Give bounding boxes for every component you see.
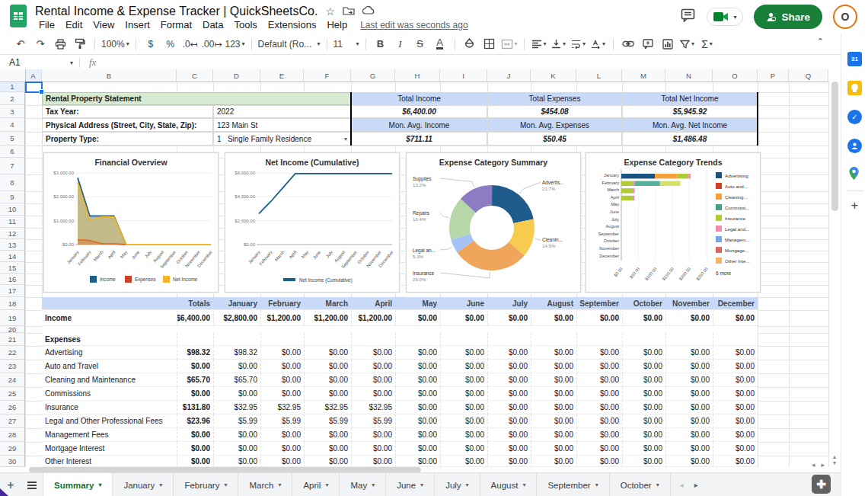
column-header-D[interactable]: D [213, 69, 260, 82]
menu-tools[interactable]: Tools [228, 18, 262, 31]
share-button[interactable]: Share [754, 5, 822, 29]
star-icon[interactable]: ☆ [325, 6, 335, 17]
column-header-N[interactable]: N [665, 69, 713, 82]
row-header-19[interactable]: 19 [0, 310, 25, 326]
insert-chart-icon[interactable] [658, 36, 678, 53]
row-header-26[interactable]: 26 [0, 401, 25, 414]
row-header-13[interactable]: 13 [0, 239, 25, 251]
row-header-28[interactable]: 28 [0, 428, 25, 442]
row-header-18[interactable]: 18 [0, 297, 25, 310]
row-header-12[interactable]: 12 [0, 228, 25, 239]
sheet-tab-menu-icon[interactable]: ▾ [325, 482, 328, 488]
tab-scroll-left-icon[interactable]: ◂ [680, 481, 684, 489]
number-format-select[interactable]: 123▾ [223, 36, 246, 53]
row-header-8[interactable]: 8 [0, 174, 25, 191]
format-percent-icon[interactable]: % [161, 36, 180, 53]
chart-stacked_bar_h[interactable]: Expense Category Trends$0.00$50.00$100.0… [586, 152, 761, 293]
vertical-align-icon[interactable]: ▾ [549, 36, 569, 53]
sheet-tab-menu-icon[interactable]: ▾ [466, 482, 469, 488]
column-header-C[interactable]: C [177, 69, 213, 82]
chart-donut[interactable]: Expense Category SummaryAdvertis...21.7%… [406, 152, 581, 293]
sheet-tab-september[interactable]: September▾ [537, 473, 609, 496]
sheet-tab-menu-icon[interactable]: ▾ [595, 482, 598, 488]
menu-data[interactable]: Data [197, 18, 228, 31]
row-header-3[interactable]: 3 [0, 105, 25, 118]
statement-field-value[interactable]: 1 Single Family Residence▾ [213, 132, 351, 146]
row-header-15[interactable]: 15 [0, 262, 25, 274]
property-type-dropdown-icon[interactable]: ▾ [344, 136, 347, 142]
insert-link-icon[interactable] [618, 36, 638, 53]
sheets-logo-icon[interactable] [8, 4, 29, 31]
select-all-corner[interactable] [0, 69, 26, 82]
row-header-9[interactable]: 9 [0, 191, 25, 203]
filter-icon[interactable]: ▾ [678, 36, 697, 53]
strikethrough-icon[interactable]: S [410, 36, 430, 53]
column-header-E[interactable]: E [260, 69, 304, 82]
horizontal-align-icon[interactable]: ▾ [529, 36, 549, 53]
column-header-J[interactable]: J [487, 69, 531, 82]
account-avatar[interactable]: O [833, 5, 857, 29]
column-header-M[interactable]: M [622, 69, 665, 82]
column-header-A[interactable]: A [25, 69, 42, 82]
all-sheets-icon[interactable] [21, 473, 43, 496]
keep-icon[interactable] [847, 81, 862, 95]
menu-insert[interactable]: Insert [120, 18, 155, 31]
name-box-dropdown-icon[interactable]: ▾ [70, 59, 73, 66]
decrease-decimals-icon[interactable]: .0↤ [180, 36, 200, 53]
sheet-tab-june[interactable]: June▾ [386, 473, 435, 496]
sheet-tab-april[interactable]: April▾ [292, 473, 340, 496]
chart-line[interactable]: Net Income (Cumulative)$0.00$2,000.00$4,… [225, 152, 400, 293]
sheet-tab-menu-icon[interactable]: ▾ [159, 482, 162, 488]
row-header-22[interactable]: 22 [0, 346, 25, 360]
text-color-icon[interactable]: A [430, 36, 450, 53]
calendar-icon[interactable]: 31 [847, 52, 862, 66]
row-header-17[interactable]: 17 [0, 285, 25, 297]
column-header-I[interactable]: I [440, 69, 487, 82]
undo-icon[interactable]: ↶ [11, 36, 30, 53]
sheet-tab-menu-icon[interactable]: ▾ [656, 482, 659, 488]
sheet-tab-august[interactable]: August▾ [480, 473, 538, 496]
contacts-icon[interactable] [847, 139, 862, 153]
column-header-H[interactable]: H [395, 69, 440, 82]
document-title[interactable]: Rental Income & Expense Tracker | QuickS… [35, 5, 318, 18]
row-header-7[interactable]: 7 [0, 158, 25, 174]
column-header-L[interactable]: L [576, 69, 622, 82]
move-to-folder-icon[interactable] [343, 6, 355, 17]
print-icon[interactable] [50, 36, 70, 53]
row-header-23[interactable]: 23 [0, 360, 25, 373]
redo-icon[interactable]: ↷ [30, 36, 50, 53]
font-size-select[interactable]: 11▾ [332, 36, 361, 53]
sheet-tab-menu-icon[interactable]: ▾ [278, 482, 281, 488]
zoom-select[interactable]: 100%▾ [100, 36, 131, 53]
sheet-tab-menu-icon[interactable]: ▾ [522, 482, 525, 488]
row-header-4[interactable]: 4 [0, 118, 25, 132]
row-header-27[interactable]: 27 [0, 414, 25, 428]
sheet-tab-october[interactable]: October▾ [610, 473, 671, 496]
tasks-icon[interactable]: ✓ [847, 110, 862, 124]
explore-button[interactable]: ✚ [812, 475, 831, 494]
column-header-Q[interactable]: Q [789, 69, 828, 82]
menu-edit[interactable]: Edit [60, 18, 88, 31]
sheet-tab-menu-icon[interactable]: ▾ [372, 482, 375, 488]
text-wrap-icon[interactable]: ▾ [569, 36, 589, 53]
vertical-scroll-arrows[interactable]: ▴▾ [830, 454, 839, 466]
collapse-toolbar-icon[interactable]: ⌃ [817, 37, 824, 46]
maps-icon[interactable] [847, 166, 862, 181]
borders-icon[interactable] [480, 36, 499, 53]
text-rotation-icon[interactable]: ▾ [589, 36, 608, 53]
row-header-20[interactable]: 20 [0, 326, 25, 333]
add-apps-icon[interactable]: + [847, 198, 862, 213]
bold-icon[interactable]: B [371, 36, 391, 53]
merge-cells-icon[interactable]: ▾ [499, 36, 519, 53]
column-header-K[interactable]: K [531, 69, 576, 82]
format-currency-icon[interactable]: $ [141, 36, 161, 53]
menu-format[interactable]: Format [155, 18, 197, 31]
menu-help[interactable]: Help [321, 18, 353, 31]
functions-icon[interactable]: Σ▾ [697, 36, 717, 53]
sheet-tab-menu-icon[interactable]: ▾ [420, 482, 423, 488]
row-header-25[interactable]: 25 [0, 387, 25, 401]
sheet-tab-menu-icon[interactable]: ▾ [224, 482, 227, 488]
statement-field-value[interactable]: 2022 [213, 105, 351, 118]
sheet-tab-march[interactable]: March▾ [238, 473, 292, 496]
column-header-P[interactable]: P [758, 69, 789, 82]
